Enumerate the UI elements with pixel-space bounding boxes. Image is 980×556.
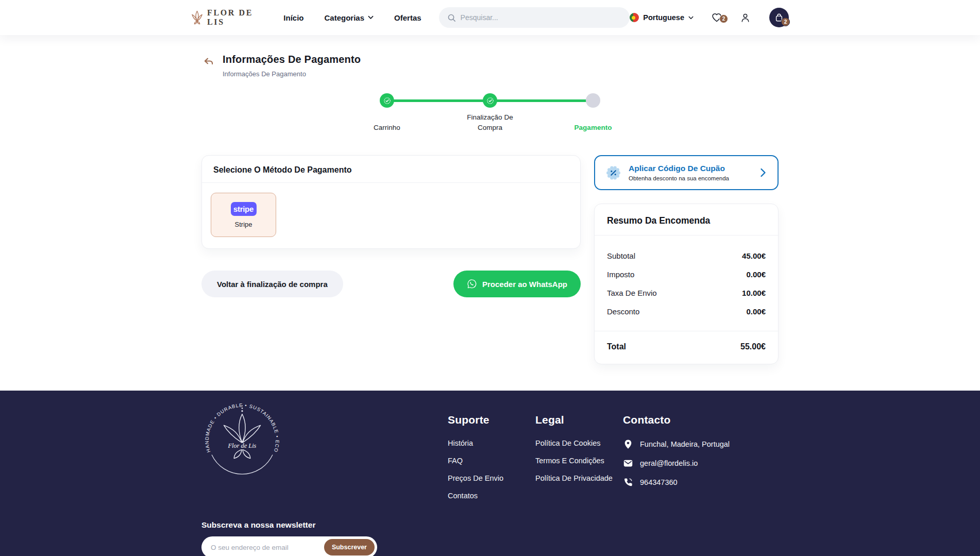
payment-method-card: Selecione O Método De Pagamento stripe S… — [201, 155, 581, 249]
newsletter-form: Subscrever — [201, 536, 377, 556]
chevron-down-icon — [688, 16, 694, 20]
checkout-stepper: Carrinho Finalização De Compra Pagamento — [335, 93, 645, 132]
main-nav: Início Categorias Ofertas — [283, 13, 421, 22]
chevron-right-icon — [758, 167, 767, 178]
undo-arrow-icon — [203, 56, 214, 67]
back-to-checkout-button[interactable]: Voltar à finalização de compra — [201, 271, 343, 297]
user-icon — [740, 12, 751, 23]
footer-heading: Contacto — [623, 414, 730, 426]
percent-badge-icon — [605, 165, 621, 181]
language-label: Portuguese — [643, 13, 684, 22]
summary-row-desconto: Desconto0.00€ — [607, 307, 766, 316]
footer-heading: Suporte — [448, 414, 535, 426]
footer-heading: Legal — [535, 414, 623, 426]
search-icon — [447, 13, 456, 22]
contact-address: Funchal, Madeira, Portugal — [623, 439, 730, 449]
contact-phone[interactable]: 964347360 — [623, 477, 730, 487]
page-title: Informações De Pagamento — [223, 54, 361, 65]
footer-link-precos-envio[interactable]: Preços De Envio — [448, 474, 535, 482]
mail-icon — [623, 458, 633, 468]
flor-de-lis-emblem: HANDMADE • DURABLE • SUSTAINABLE • ECO F… — [201, 397, 283, 478]
portugal-flag-icon — [630, 13, 639, 22]
stripe-logo: stripe — [231, 202, 257, 216]
nav-inicio[interactable]: Início — [283, 13, 303, 22]
payment-method-stripe[interactable]: stripe Stripe — [211, 193, 276, 237]
order-summary-title: Resumo Da Encomenda — [595, 204, 778, 235]
footer-link-cookies[interactable]: Política De Cookies — [535, 439, 623, 447]
site-header: FLOR DE LIS Início Categorias Ofertas Po… — [0, 0, 980, 35]
summary-row-envio: Taxa De Envio10.00€ — [607, 289, 766, 297]
footer-column-legal: Legal Política De Cookies Termos E Condi… — [535, 397, 623, 556]
cart-button[interactable]: 2 — [769, 8, 789, 27]
coupon-title: Aplicar Código De Cupão — [629, 164, 729, 173]
brand-logo[interactable]: FLOR DE LIS — [191, 8, 266, 27]
nav-categorias[interactable]: Categorias — [325, 13, 374, 22]
check-badge-icon — [486, 96, 495, 105]
apply-coupon-button[interactable]: Aplicar Código De Cupão Obtenha desconto… — [594, 155, 779, 190]
breadcrumb: Informações De Pagamento — [223, 70, 361, 78]
flor-de-lis-icon — [191, 10, 203, 25]
step-finalizacao-indicator — [483, 93, 497, 108]
check-badge-icon — [383, 96, 392, 105]
cart-count-badge: 2 — [781, 18, 790, 26]
summary-row-subtotal: Subtotal45.00€ — [607, 251, 766, 260]
wishlist-count-badge: 2 — [719, 14, 728, 23]
step-carrinho-indicator — [380, 93, 394, 108]
footer-link-termos[interactable]: Termos E Condições — [535, 457, 623, 465]
step-pagamento-indicator — [586, 93, 600, 108]
contact-email[interactable]: geral@flordelis.io — [623, 458, 730, 468]
language-selector[interactable]: Portuguese — [630, 13, 694, 22]
step-label-carrinho: Carrinho — [335, 123, 438, 133]
footer-column-suporte: Suporte História FAQ Preços De Envio Con… — [448, 397, 535, 556]
footer-link-contatos[interactable]: Contatos — [448, 492, 535, 500]
proceed-whatsapp-button[interactable]: Proceder ao WhatsApp — [453, 271, 581, 297]
footer-link-historia[interactable]: História — [448, 439, 535, 447]
footer-link-privacidade[interactable]: Política De Privacidade — [535, 474, 623, 482]
brand-name: FLOR DE LIS — [207, 8, 266, 27]
step-label-pagamento: Pagamento — [542, 123, 645, 133]
newsletter-heading: Subscreva a nossa newsletter — [201, 520, 448, 530]
chevron-down-icon — [368, 15, 374, 20]
newsletter-subscribe-button[interactable]: Subscrever — [324, 539, 375, 555]
account-button[interactable] — [740, 12, 751, 23]
nav-ofertas[interactable]: Ofertas — [394, 13, 421, 22]
site-footer: HANDMADE • DURABLE • SUSTAINABLE • ECO F… — [0, 391, 980, 556]
whatsapp-icon — [467, 279, 477, 289]
wishlist-button[interactable]: 2 — [711, 12, 722, 23]
phone-icon — [623, 477, 633, 487]
footer-link-faq[interactable]: FAQ — [448, 457, 535, 465]
order-summary-card: Resumo Da Encomenda Subtotal45.00€ Impos… — [594, 204, 779, 364]
svg-text:Flor de Lis: Flor de Lis — [228, 442, 257, 449]
summary-total-row: Total55.00€ — [595, 331, 778, 364]
checkout-page: Informações De Pagamento Informações De … — [0, 35, 980, 391]
summary-row-imposto: Imposto0.00€ — [607, 270, 766, 279]
coupon-subtitle: Obtenha desconto na sua encomenda — [629, 175, 729, 181]
payment-method-name: Stripe — [235, 221, 252, 228]
payment-method-title: Selecione O Método De Pagamento — [202, 156, 580, 182]
step-label-finalizacao: Finalização De Compra — [438, 112, 542, 132]
search-bar — [439, 7, 630, 28]
search-input[interactable] — [461, 13, 622, 22]
footer-column-contacto: Contacto Funchal, Madeira, Portugal gera… — [623, 397, 730, 556]
back-button[interactable] — [201, 55, 215, 68]
location-pin-icon — [623, 439, 633, 449]
